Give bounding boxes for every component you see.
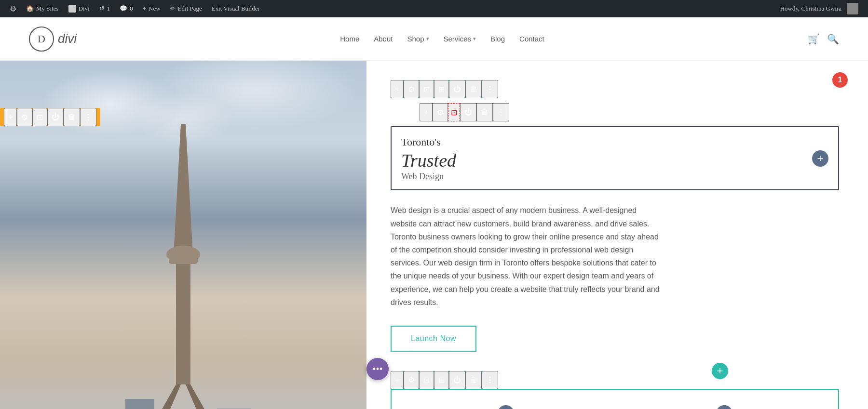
updates-count: 1 [107, 5, 110, 13]
page-content: + ⚙ ⊡ ⏻ 🗑 ⋮ [0, 61, 868, 409]
comments-item[interactable]: 💬 0 [115, 0, 138, 17]
module-delete-button[interactable]: 🗑 [476, 103, 493, 121]
logo-letter: D [38, 33, 45, 45]
dots-icon: ••• [372, 364, 382, 375]
badge-number-1: 1 [832, 72, 848, 88]
admin-bar-right: Howdy, Christina Gwira [775, 0, 863, 17]
site-wrapper: D divi Home About Shop Services Blog Con… [0, 0, 868, 409]
text-content-box: Toronto's Trusted Web Design + [391, 126, 839, 190]
launch-now-button[interactable]: Launch Now [391, 326, 476, 352]
left-settings-button[interactable]: ⚙ [17, 108, 32, 126]
logo-circle: D [29, 26, 54, 52]
my-sites-label: My Sites [36, 5, 59, 13]
nav-item-about[interactable]: About [374, 35, 393, 43]
nav-icons: 🛒 🔍 [808, 33, 839, 45]
bottom-row-toolbar: + ⚙ ⊡ ⊞ ⏻ 🗑 ⋮ [391, 371, 498, 389]
bottom-grid-button[interactable]: ⊞ [434, 371, 449, 389]
my-sites-item[interactable]: 🏠 My Sites [21, 0, 64, 17]
svg-rect-3 [169, 250, 198, 264]
nav-item-shop[interactable]: Shop [407, 35, 429, 43]
row-delete-button[interactable]: 🗑 [465, 80, 482, 98]
bottom-section-wrap: + + ⚙ ⊡ ⊞ ⏻ 🗑 ⋮ + + [391, 371, 839, 409]
search-icon[interactable]: 🔍 [827, 33, 839, 45]
nav-item-services[interactable]: Services [444, 35, 476, 43]
updates-item[interactable]: ↺ 1 [95, 0, 115, 17]
row-settings-button[interactable]: ⚙ [404, 80, 419, 98]
new-item[interactable]: + New [138, 0, 165, 17]
bottom-layout-button[interactable]: ⊡ [419, 371, 434, 389]
nav-item-contact[interactable]: Contact [519, 35, 544, 43]
nav-link-home[interactable]: Home [340, 35, 359, 43]
description-text: Web design is a crucial aspect of any mo… [391, 204, 661, 309]
left-power-button[interactable]: ⏻ [47, 108, 64, 126]
web-design-heading: Web Design [401, 172, 828, 182]
nav-link-contact[interactable]: Contact [519, 35, 544, 43]
nav-item-blog[interactable]: Blog [490, 35, 505, 43]
nav-link-services[interactable]: Services [444, 35, 476, 43]
left-delete-button[interactable]: 🗑 [64, 108, 80, 126]
refresh-icon: ↺ [99, 5, 105, 13]
bottom-col-right-add[interactable]: + [716, 405, 732, 409]
pencil-icon: ✏ [170, 5, 176, 13]
wp-icon: ⚙ [10, 4, 16, 13]
bottom-more-button[interactable]: ⋮ [482, 371, 498, 389]
divi-label: Divi [79, 5, 90, 13]
svg-rect-7 [125, 399, 154, 409]
module-layout-button[interactable]: ⊡ [448, 103, 460, 121]
bottom-settings-button[interactable]: ⚙ [404, 371, 419, 389]
module-more-button[interactable]: ⋮ [493, 103, 509, 121]
house-icon: 🏠 [26, 5, 34, 13]
left-section-toolbar: + ⚙ ⊡ ⏻ 🗑 ⋮ [0, 108, 100, 126]
divi-icon [68, 5, 76, 13]
cart-icon[interactable]: 🛒 [808, 33, 820, 45]
trusted-heading: Trusted [401, 150, 828, 172]
user-greeting[interactable]: Howdy, Christina Gwira [775, 0, 863, 17]
svg-rect-4 [176, 264, 190, 384]
nav-menu: Home About Shop Services Blog Contact [340, 35, 544, 43]
nav-item-home[interactable]: Home [340, 35, 359, 43]
bottom-power-button[interactable]: ⏻ [449, 371, 465, 389]
site-logo[interactable]: D divi [29, 26, 77, 52]
wp-logo-item[interactable]: ⚙ [5, 0, 21, 17]
bottom-delete-button[interactable]: 🗑 [465, 371, 482, 389]
row-toolbar: + ⚙ ⊡ ⊞ ⏻ 🗑 ⋮ [391, 80, 498, 98]
section-toolbar-left: + ⚙ ⊡ ⏻ 🗑 ⋮ [0, 108, 100, 126]
logo-brand: divi [58, 31, 77, 46]
add-module-button[interactable]: + [812, 150, 828, 167]
left-add-button[interactable]: + [4, 108, 17, 126]
floating-dots-button[interactable]: ••• [366, 358, 389, 380]
left-layout-button[interactable]: ⊡ [32, 108, 47, 126]
left-more-button[interactable]: ⋮ [80, 108, 96, 126]
nav-link-blog[interactable]: Blog [490, 35, 505, 43]
module-settings-button[interactable]: ⚙ [433, 103, 448, 121]
add-icon: + [143, 5, 146, 13]
new-label: New [149, 5, 161, 13]
avatar [847, 3, 858, 14]
module-toolbar-wrap: + ⚙ ⊡ ⏻ 🗑 ⋮ [420, 103, 839, 121]
comments-count: 0 [130, 5, 133, 13]
comment-icon: 💬 [120, 5, 127, 13]
user-name: Howdy, Christina Gwira [780, 5, 841, 13]
bottom-add-button[interactable]: + [391, 371, 404, 389]
exit-vb-item[interactable]: Exit Visual Builder [207, 0, 265, 17]
right-column: + ⚙ ⊡ ⊞ ⏻ 🗑 ⋮ 1 + ⚙ ⊡ ⏻ 🗑 ⋮ [366, 61, 868, 409]
nav-link-about[interactable]: About [374, 35, 393, 43]
edit-page-item[interactable]: ✏ Edit Page [165, 0, 207, 17]
row-toolbar-wrap: + ⚙ ⊡ ⊞ ⏻ 🗑 ⋮ 1 [391, 80, 839, 98]
edit-page-label: Edit Page [178, 5, 202, 13]
bottom-add-row-button[interactable]: + [712, 363, 728, 379]
nav-link-shop[interactable]: Shop [407, 35, 429, 43]
divi-item[interactable]: Divi [64, 0, 95, 17]
row-grid-button[interactable]: ⊞ [434, 80, 449, 98]
bottom-col-left-add[interactable]: + [498, 405, 514, 409]
row-more-button[interactable]: ⋮ [482, 80, 498, 98]
cn-tower-svg [87, 119, 280, 409]
site-navigation: D divi Home About Shop Services Blog Con… [0, 17, 868, 61]
row-layout-button[interactable]: ⊡ [419, 80, 434, 98]
admin-bar: ⚙ 🏠 My Sites Divi ↺ 1 💬 0 + New ✏ Edit P… [0, 0, 868, 17]
bottom-columns: + + [391, 389, 839, 409]
module-add-button[interactable]: + [420, 103, 433, 121]
row-power-button[interactable]: ⏻ [449, 80, 465, 98]
row-add-button[interactable]: + [391, 80, 404, 98]
module-power-button[interactable]: ⏻ [460, 103, 476, 121]
